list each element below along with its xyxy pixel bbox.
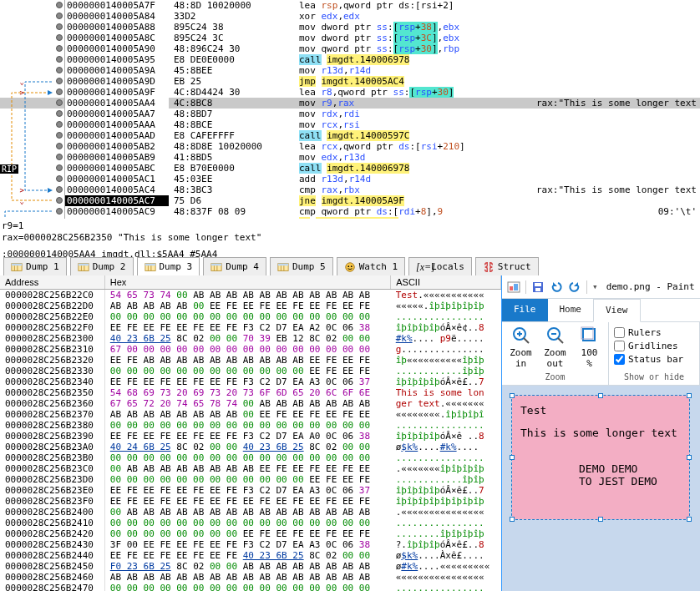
disasm-row[interactable]: 0000000140005A7F48:8D 10020000lea rsp,qw… — [0, 0, 700, 11]
zoom-in-button[interactable]: Zoom in — [507, 326, 535, 369]
group-show-label: Show or hide — [614, 372, 694, 381]
dump-row[interactable]: 0000028C256B2450F0 23 6B 25 8C 02 00 00 … — [0, 561, 501, 572]
disasm-row[interactable]: 0000000140005AB941:8BD5mov edx,r13d — [0, 152, 700, 163]
tab-dump-2[interactable]: Dump 2 — [70, 257, 134, 275]
dump-row[interactable]: 0000028C256B233000 00 00 00 00 00 00 00 … — [0, 366, 501, 376]
svg-rect-17 — [278, 263, 288, 265]
zoom-100-button[interactable]: 100 % — [576, 326, 603, 369]
svg-rect-28 — [535, 288, 540, 291]
dump-row[interactable]: 0000028C256B238000 00 00 00 00 00 00 00 … — [0, 420, 501, 431]
ribbon-tabs: File Home View — [502, 299, 700, 322]
gridlines-checkbox[interactable]: Gridlines — [614, 339, 694, 352]
dump-row[interactable]: 0000028C256B2320EE FE AB AB AB AB AB AB … — [0, 355, 501, 366]
tab-dump-5[interactable]: Dump 5 — [270, 257, 333, 275]
dump-icon — [78, 261, 89, 273]
status-area: r9=1 rax=0000028C256B2350 "This is some … — [2, 220, 700, 260]
svg-point-20 — [346, 262, 355, 271]
tab-watch-1[interactable]: Watch 1 — [337, 257, 405, 275]
group-zoom-label: Zoom — [507, 372, 603, 381]
dump-row[interactable]: 0000028C256B2460AB AB AB AB AB AB AB AB … — [0, 572, 501, 583]
dump-icon — [11, 261, 23, 273]
tab-home[interactable]: Home — [548, 299, 594, 321]
tab-dump-3[interactable]: Dump 3 — [137, 257, 200, 275]
disasm-row[interactable]: 0000000140005A88895C24 38mov dword ptr s… — [0, 22, 700, 33]
dump-row[interactable]: 0000028C256B22E000 00 00 00 00 00 00 00 … — [0, 311, 501, 322]
dump-row[interactable]: 0000028C256B242000 00 00 00 00 00 00 00 … — [0, 528, 501, 539]
dump-row[interactable]: 0000028C256B22F0EE FE EE FE EE FE EE FE … — [0, 322, 501, 333]
disasm-row[interactable]: 0000000140005AADE8 CAFEFFFFcall imgdt.14… — [0, 130, 700, 141]
svg-rect-25 — [514, 284, 518, 290]
dump-row[interactable]: 0000028C256B23B000 00 00 00 00 00 00 00 … — [0, 452, 501, 463]
svg-line-30 — [524, 338, 529, 343]
disasm-row[interactable]: ⌄0000000140005A9DEB 25jmp imgdt.140005AC… — [0, 76, 700, 87]
dump-icon — [211, 261, 222, 273]
dump-row[interactable]: 0000028C256B23A040 24 6B 25 8C 02 00 00 … — [0, 442, 501, 452]
svg-rect-24 — [510, 286, 513, 290]
dump-row[interactable]: 0000028C256B2390EE FE EE FE EE FE EE FE … — [0, 431, 501, 442]
paint-window[interactable]: ▾ demo.png - Paint File Home View Zoom i… — [501, 275, 700, 591]
disasm-row[interactable]: 0000000140005A9A45:8BEEmov r13d,r14d — [0, 65, 700, 76]
disasm-row[interactable]: 0000000140005AA44C:8BC8mov r9,raxrax:"Th… — [0, 98, 700, 109]
status-line2: rax=0000028C256B2350 "This is some longe… — [2, 232, 700, 244]
disasm-row[interactable]: 0000000140005AC145:03EEadd r13d,r14d — [0, 174, 700, 184]
locals-icon: [x=] — [416, 261, 428, 273]
disasm-row[interactable]: 0000000140005A8433D2xor edx,edx — [0, 11, 700, 22]
svg-point-21 — [347, 265, 349, 267]
undo-icon[interactable] — [550, 280, 563, 294]
disassembly-pane[interactable]: RIP 0000000140005A7F48:8D 10020000lea rs… — [0, 0, 700, 219]
qat-overflow-icon[interactable]: ▾ — [592, 281, 598, 292]
tab-locals[interactable]: [x=]Locals — [408, 257, 472, 275]
save-icon[interactable] — [531, 280, 545, 294]
dump-row[interactable]: 0000028C256B23C000 AB AB AB AB AB AB AB … — [0, 463, 501, 474]
disasm-row[interactable]: 0000000140005AC948:837F 08 09cmp qword p… — [0, 206, 700, 217]
disasm-row[interactable]: >0000000140005AC448:3BC3cmp rax,rbxrax:"… — [0, 184, 700, 195]
dump-row[interactable]: 0000028C256B247000 00 00 00 00 00 00 00 … — [0, 583, 501, 591]
dump-row[interactable]: 0000028C256B22C054 65 73 74 00 AB AB AB … — [0, 290, 501, 301]
disasm-row[interactable]: ⌄0000000140005AC775 D6jne imgdt.140005A9… — [0, 195, 700, 206]
dump-row[interactable]: 0000028C256B230040 23 6B 25 8C 02 00 00 … — [0, 333, 501, 344]
col-hex[interactable]: Hex — [104, 275, 390, 290]
statusbar-checkbox[interactable]: Status bar — [614, 352, 694, 366]
ribbon: Zoom in Zoom out 100 % Zoom Rulers Gridl… — [502, 322, 700, 386]
disasm-row[interactable]: 0000000140005A95E8 DE0E0000call imgdt.14… — [0, 54, 700, 65]
paint-titlebar[interactable]: ▾ demo.png - Paint — [502, 275, 700, 299]
dump-row[interactable]: 0000028C256B23F0EE FE EE FE EE FE EE FE … — [0, 496, 501, 507]
disasm-row[interactable]: 0000000140005ABCE8 B70E0000call imgdt.14… — [0, 163, 700, 174]
disasm-row[interactable]: 0000000140005AAA48:8BCEmov rcx,rsi — [0, 119, 700, 130]
col-ascii[interactable]: ASCII — [391, 275, 501, 290]
tab-dump-4[interactable]: Dump 4 — [203, 257, 266, 275]
dump-row[interactable]: 0000028C256B23D000 00 00 00 00 00 00 00 … — [0, 474, 501, 485]
canvas-text-2: This is some longer text — [520, 427, 681, 439]
dump-row[interactable]: 0000028C256B23E0EE FE EE FE EE FE EE FE … — [0, 485, 501, 496]
dump-row[interactable]: 0000028C256B22D0AB AB AB AB AB 00 EE FE … — [0, 301, 501, 311]
disasm-row[interactable]: 0000000140005AB248:8D8E 10020000lea rcx,… — [0, 141, 700, 152]
dump-row[interactable]: 0000028C256B24303F 00 EE FE EE FE EE FE … — [0, 539, 501, 550]
tab-file[interactable]: File — [502, 299, 548, 321]
rulers-checkbox[interactable]: Rulers — [614, 326, 694, 339]
disasm-row[interactable]: >0000000140005A9F4C:8D4424 30lea r8,qwor… — [0, 87, 700, 98]
tab-struct[interactable]: Struct — [475, 257, 539, 275]
svg-point-22 — [351, 265, 353, 267]
dump-row[interactable]: 0000028C256B231067 00 00 00 00 00 00 00 … — [0, 344, 501, 355]
dump-row[interactable]: 0000028C256B2440EE FE EE FE EE FE EE FE … — [0, 550, 501, 561]
dump-row[interactable]: 0000028C256B236067 65 72 20 74 65 78 74 … — [0, 398, 501, 409]
dump-row[interactable]: 0000028C256B241000 00 00 00 00 00 00 00 … — [0, 518, 501, 528]
dump-row[interactable]: 0000028C256B235054 68 69 73 20 69 73 20 … — [0, 387, 501, 398]
zoom-out-button[interactable]: Zoom out — [541, 326, 569, 369]
tab-view[interactable]: View — [593, 299, 641, 322]
struct-icon — [483, 261, 495, 273]
dump-row[interactable]: 0000028C256B2370AB AB AB AB AB AB AB AB … — [0, 409, 501, 420]
dump-icon — [145, 261, 156, 273]
redo-icon[interactable] — [568, 280, 581, 294]
disasm-row[interactable]: 0000000140005AA748:8BD7mov rdx,rdi — [0, 109, 700, 119]
col-address[interactable]: Address — [0, 275, 104, 290]
paint-canvas-area[interactable]: Test This is some longer text DEMO DEMO … — [502, 386, 700, 591]
canvas-image[interactable]: Test This is some longer text DEMO DEMO … — [512, 396, 689, 519]
hex-dump-pane[interactable]: Address Hex ASCII 0000028C256B22C054 65 … — [0, 275, 501, 591]
dump-row[interactable]: 0000028C256B2340EE FE EE FE EE FE EE FE … — [0, 376, 501, 387]
disasm-row[interactable]: 0000000140005A9048:896C24 30mov qword pt… — [0, 43, 700, 54]
dump-row[interactable]: 0000028C256B240000 AB AB AB AB AB AB AB … — [0, 507, 501, 518]
tab-dump-1[interactable]: Dump 1 — [3, 257, 67, 275]
disasm-row[interactable]: ⌄0000000140005ACE0F82 AF000000jb imgdt.1… — [0, 217, 700, 219]
disasm-row[interactable]: 0000000140005A8C895C24 3Cmov dword ptr s… — [0, 33, 700, 43]
